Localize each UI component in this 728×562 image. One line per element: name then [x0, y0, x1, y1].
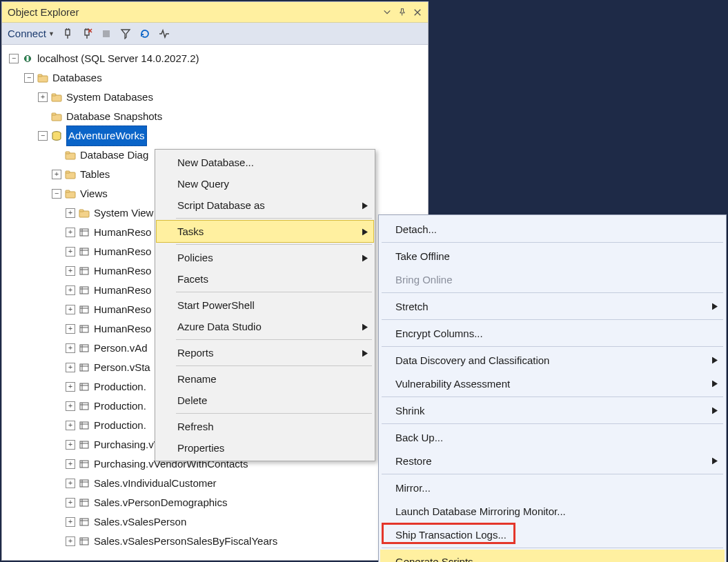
activity-monitor-icon[interactable]	[158, 28, 170, 40]
tree-node[interactable]: +Sales.vIndividualCustomer	[6, 474, 428, 493]
menu-separator	[382, 474, 723, 474]
menu-item-mirror[interactable]: Mirror...	[380, 476, 725, 499]
view-icon	[78, 265, 90, 277]
menu-separator	[382, 292, 723, 293]
filter-icon[interactable]	[119, 28, 132, 40]
chevron-down-icon: ▼	[48, 30, 55, 37]
view-icon	[78, 419, 90, 432]
view-icon	[78, 516, 90, 528]
context-menu-database: New Database... New Query Script Databas…	[155, 149, 375, 461]
folder-icon	[64, 188, 77, 200]
menu-item-shrink[interactable]: Shrink	[380, 399, 725, 422]
toolbar: Connect ▼	[2, 23, 428, 45]
tree-node-databases[interactable]: −Databases	[6, 68, 428, 88]
folder-icon	[64, 168, 77, 181]
menu-item-reports[interactable]: Reports	[157, 342, 373, 363]
database-icon	[50, 130, 63, 142]
menu-separator	[176, 244, 372, 245]
tree-node-system-databases[interactable]: +System Databases	[6, 88, 428, 107]
view-icon	[78, 400, 90, 412]
menu-item-start-powershell[interactable]: Start PowerShell	[157, 294, 373, 316]
menu-item-restore[interactable]: Restore	[380, 449, 725, 472]
tree-node[interactable]: +Sales.vPersonDemographics	[6, 493, 428, 512]
menu-item-detach[interactable]: Detach...	[380, 217, 725, 241]
submenu-arrow-icon	[362, 199, 368, 211]
refresh-icon[interactable]	[139, 28, 151, 40]
menu-item-bring-online: Bring Online	[380, 268, 725, 291]
view-icon	[78, 496, 90, 509]
connect-label: Connect	[8, 28, 46, 39]
view-icon	[78, 226, 90, 239]
submenu-arrow-icon	[712, 378, 718, 390]
menu-item-delete[interactable]: Delete	[157, 390, 373, 411]
view-icon	[78, 303, 90, 316]
panel-title-text: Object Explorer	[8, 6, 79, 18]
submenu-arrow-icon	[362, 347, 368, 359]
menu-separator	[176, 413, 372, 414]
view-icon	[78, 245, 90, 258]
menu-item-new-database[interactable]: New Database...	[157, 152, 373, 173]
server-icon	[21, 52, 34, 65]
tree-node-adventureworks[interactable]: −AdventureWorks	[6, 126, 428, 145]
menu-separator	[176, 339, 372, 340]
submenu-arrow-icon	[712, 301, 718, 312]
menu-separator	[382, 346, 723, 347]
menu-separator	[176, 218, 372, 219]
menu-separator	[176, 292, 372, 292]
menu-separator	[382, 319, 723, 320]
menu-item-vulnerability-assessment[interactable]: Vulnerability Assessment	[380, 372, 725, 395]
close-icon[interactable]	[411, 6, 424, 19]
submenu-tasks: Detach... Take Offline Bring Online Stre…	[378, 214, 727, 562]
menu-item-encrypt-columns[interactable]: Encrypt Columns...	[380, 321, 725, 345]
view-icon	[78, 284, 90, 297]
view-icon	[78, 381, 90, 393]
stop-icon	[100, 28, 112, 40]
window-options-icon[interactable]	[381, 6, 393, 19]
menu-item-rename[interactable]: Rename	[157, 368, 373, 390]
submenu-arrow-icon	[362, 225, 368, 237]
menu-item-launch-mirroring-monitor[interactable]: Launch Database Mirroring Monitor...	[380, 499, 725, 523]
view-icon	[78, 361, 90, 374]
menu-item-script-database-as[interactable]: Script Database as	[157, 194, 373, 216]
tree-node-database-snapshots[interactable]: Database Snapshots	[6, 107, 428, 126]
connect-icon[interactable]	[61, 28, 74, 40]
view-icon	[78, 477, 90, 490]
view-icon	[78, 439, 90, 451]
menu-item-data-discovery[interactable]: Data Discovery and Classification	[380, 348, 725, 372]
menu-item-policies[interactable]: Policies	[157, 247, 373, 268]
menu-separator	[176, 365, 372, 366]
menu-item-back-up[interactable]: Back Up...	[380, 425, 725, 449]
menu-item-azure-data-studio[interactable]: Azure Data Studio	[157, 316, 373, 337]
menu-item-generate-scripts[interactable]: Generate Scripts...	[380, 550, 725, 562]
menu-item-ship-transaction-logs[interactable]: Ship Transaction Logs...	[380, 523, 725, 546]
view-icon	[78, 342, 90, 354]
menu-item-new-query[interactable]: New Query	[157, 173, 373, 194]
pin-icon[interactable]	[396, 6, 409, 19]
folder-icon	[78, 207, 90, 219]
menu-item-take-offline[interactable]: Take Offline	[380, 244, 725, 268]
submenu-arrow-icon	[362, 321, 368, 332]
tree-node-server[interactable]: −localhost (SQL Server 14.0.2027.2)	[6, 49, 428, 68]
menu-item-refresh[interactable]: Refresh	[157, 416, 373, 437]
menu-separator	[382, 548, 723, 548]
tree-node[interactable]: +Sales.vSalesPerson	[6, 512, 428, 532]
folder-icon	[64, 149, 77, 161]
menu-item-facets[interactable]: Facets	[157, 268, 373, 290]
view-icon	[78, 458, 90, 470]
folder-icon	[50, 110, 63, 123]
folder-icon	[37, 72, 49, 84]
view-icon	[78, 323, 90, 335]
submenu-arrow-icon	[712, 405, 718, 417]
view-icon	[78, 535, 90, 548]
submenu-arrow-icon	[362, 252, 368, 263]
tree-node[interactable]: +Sales.vSalesPersonSalesByFiscalYears	[6, 532, 428, 551]
menu-item-tasks[interactable]: Tasks	[157, 221, 373, 242]
folder-icon	[50, 91, 63, 103]
connect-dropdown[interactable]: Connect ▼	[8, 28, 55, 39]
disconnect-icon[interactable]	[81, 28, 93, 40]
menu-separator	[382, 423, 723, 424]
submenu-arrow-icon	[712, 455, 718, 467]
menu-item-stretch[interactable]: Stretch	[380, 294, 725, 318]
menu-item-properties[interactable]: Properties	[157, 437, 373, 459]
menu-separator	[382, 397, 723, 397]
